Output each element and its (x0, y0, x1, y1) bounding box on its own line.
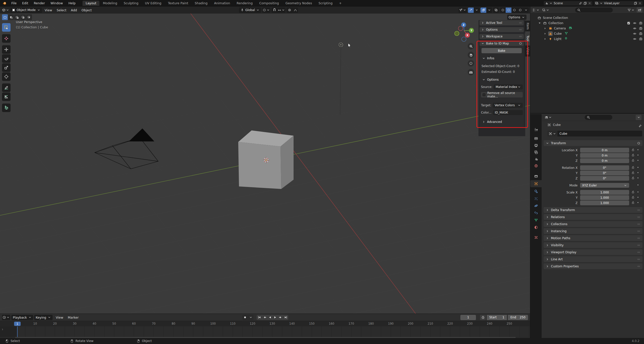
outliner-row-cube[interactable]: Cube (530, 31, 644, 36)
workspace-tab-compositing[interactable]: Compositing (256, 1, 282, 6)
sidebar-tab-item[interactable]: Item (525, 21, 530, 31)
drag-handle-icon[interactable] (637, 243, 640, 247)
tool-annotate-button[interactable] (2, 83, 11, 92)
playhead[interactable]: 1 (14, 322, 21, 326)
workspace-tab-shading[interactable]: Shading (192, 1, 211, 6)
lock-open-icon[interactable] (631, 148, 635, 152)
tool-measure-button[interactable] (2, 92, 11, 101)
preview-range-toggle[interactable] (480, 315, 486, 320)
select-mode-subtract-button[interactable] (14, 14, 20, 20)
duplicate-icon[interactable] (634, 2, 637, 5)
workspace-tab-texture-paint[interactable]: Texture Paint (165, 1, 191, 6)
eye-icon[interactable] (633, 27, 636, 30)
eye-icon[interactable] (633, 32, 636, 35)
shading-rendered-button[interactable] (517, 8, 523, 13)
drag-handle-icon[interactable] (637, 208, 640, 212)
outliner-label[interactable]: Collection (548, 21, 563, 25)
shading-material-button[interactable] (511, 8, 517, 13)
render-cam-icon[interactable] (639, 32, 642, 35)
tool-scale-button[interactable] (2, 63, 11, 72)
outliner-editor-type-button[interactable] (532, 7, 540, 13)
tri-closed-icon[interactable] (543, 32, 547, 35)
sidebar-panel-active-tool[interactable]: Active Tool (479, 20, 524, 25)
key-dot-icon[interactable] (636, 190, 640, 194)
timeline-editor-type-button[interactable] (2, 315, 10, 320)
outliner-row-light[interactable]: Light (530, 36, 644, 41)
duplicate-icon[interactable] (583, 2, 587, 5)
key-dot-icon[interactable] (636, 166, 640, 169)
menu-window[interactable]: Window (48, 0, 66, 7)
outliner-row-scene-collection[interactable]: Scene Collection (530, 15, 644, 20)
transport-nextkey-button[interactable] (278, 315, 283, 320)
show-overlays-toggle[interactable] (480, 8, 486, 13)
eye-icon[interactable] (633, 21, 636, 25)
value-slider[interactable]: 0° (580, 176, 629, 181)
select-mode-extend-button[interactable] (8, 14, 14, 20)
workspace-tab-sculpting[interactable]: Sculpting (121, 1, 141, 6)
render-cam-icon[interactable] (639, 21, 642, 25)
frame-start-field[interactable]: Start1 (487, 315, 507, 320)
drag-handle-icon[interactable] (637, 236, 640, 240)
workspace-tab-rendering[interactable]: Rendering (234, 1, 256, 6)
blender-logo-icon[interactable] (3, 1, 7, 5)
viewport-options-dropdown[interactable]: Options (507, 15, 527, 20)
new-collection-button[interactable] (637, 7, 642, 13)
channel-expand-icon[interactable] (1, 328, 4, 331)
select-mode-invert-button[interactable] (20, 14, 26, 20)
render-cam-icon[interactable] (639, 37, 642, 41)
lock-open-icon[interactable] (631, 190, 635, 194)
properties-tab-data[interactable] (530, 216, 542, 223)
pin-icon[interactable] (638, 124, 642, 128)
value-slider[interactable]: 0 m (580, 158, 629, 163)
viewport-menu-select[interactable]: Select (54, 8, 69, 12)
transport-play-button[interactable] (272, 315, 278, 320)
proportional-edit-toggle[interactable] (287, 8, 292, 13)
outliner-row-collection[interactable]: Collection (530, 20, 644, 26)
checkbox-unchecked-icon[interactable] (482, 93, 486, 96)
overlays-dropdown[interactable] (486, 8, 492, 13)
properties-tab-tool[interactable] (530, 126, 542, 133)
pin-icon[interactable] (579, 2, 582, 5)
timeline-channels[interactable] (0, 326, 530, 337)
tri-closed-icon[interactable] (543, 27, 547, 30)
shading-dropdown[interactable] (523, 8, 529, 13)
source-dropdown[interactable]: Material Index (494, 84, 523, 89)
tri-closed-icon[interactable] (543, 37, 547, 41)
properties-tab-world[interactable] (530, 162, 542, 169)
nav-zoom-button[interactable] (468, 43, 474, 50)
nav-camera-button[interactable] (468, 60, 474, 67)
value-slider[interactable]: 1.000 (580, 201, 629, 205)
timeline-menu-marker[interactable]: Marker (65, 316, 81, 319)
bake-panel-header[interactable]: Bake to ID Map (479, 41, 524, 46)
menu-edit[interactable]: Edit (19, 0, 31, 7)
properties-search-input[interactable] (585, 115, 612, 120)
outliner-label[interactable]: Camera (554, 27, 566, 30)
light-object[interactable] (339, 43, 343, 115)
options-subpanel-header[interactable]: Options (482, 78, 499, 81)
panel-motion-paths[interactable]: Motion Paths (544, 235, 642, 241)
drag-handle-icon[interactable] (637, 141, 640, 145)
drag-handle-icon[interactable] (519, 28, 522, 31)
properties-tab-modifiers[interactable] (530, 188, 542, 195)
lock-open-icon[interactable] (631, 153, 635, 157)
viewlayer-name[interactable]: ViewLayer (604, 2, 633, 5)
panel-delta-transform[interactable]: Delta Transform (544, 207, 642, 213)
close-icon[interactable] (588, 2, 591, 5)
timeline-ruler[interactable]: 1020304050607080901001101201301401501601… (0, 321, 530, 326)
key-dot-icon[interactable] (636, 195, 640, 199)
panel-collections[interactable]: Collections (544, 221, 642, 227)
snap-toggle[interactable] (271, 8, 277, 13)
render-cam-icon[interactable] (639, 27, 642, 30)
drag-handle-icon[interactable] (637, 251, 640, 254)
panel-line-art[interactable]: Line Art (544, 256, 642, 262)
editor-type-button[interactable] (2, 8, 10, 13)
tool-addcube-button[interactable] (2, 104, 11, 112)
workspace-tab-layout[interactable]: Layout (83, 1, 99, 6)
timeline-menu-view[interactable]: View (54, 316, 66, 319)
properties-tab-output[interactable] (530, 142, 542, 149)
properties-tab-scene[interactable] (530, 156, 542, 163)
show-gizmo-toggle[interactable] (468, 8, 474, 13)
bake-button[interactable]: Bake (481, 48, 522, 53)
drag-handle-icon[interactable] (637, 258, 640, 261)
value-slider[interactable]: 0° (580, 171, 629, 175)
